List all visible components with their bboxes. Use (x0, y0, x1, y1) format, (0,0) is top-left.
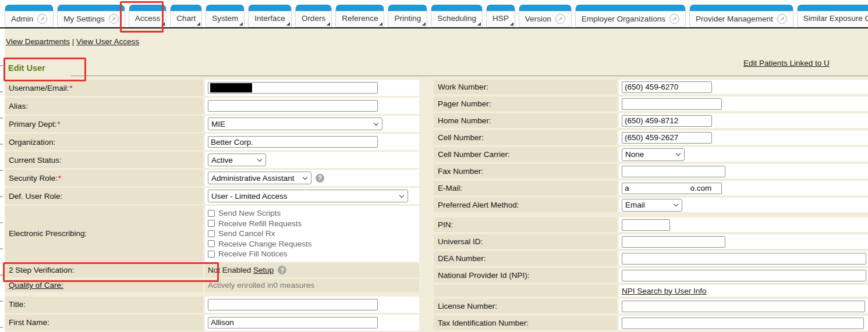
field-label-cell: Work Number: (434, 80, 617, 94)
alias-input[interactable] (208, 100, 378, 112)
field-value-cell: Active (205, 152, 419, 168)
tab-access[interactable]: Access (129, 5, 167, 27)
field-value-cell: User - Limited Access (205, 188, 419, 204)
electronic-prescribing-option[interactable]: Receive Fill Notices (208, 249, 312, 259)
field-value-cell (619, 217, 868, 232)
field-value-cell: Administrative Assistant? (205, 170, 419, 186)
cell-number-input[interactable] (622, 132, 712, 144)
selected-value: Active (211, 156, 233, 165)
view-user-access-link[interactable]: View User Access (76, 37, 139, 46)
checkbox-icon[interactable] (208, 251, 215, 258)
field-value-cell (619, 130, 868, 145)
external-link-icon: ↗ (669, 14, 679, 24)
field-value-cell: Actively enrolled in0 measures (205, 279, 419, 292)
electronic-prescribing-option[interactable]: Receive Change Requests (208, 239, 312, 249)
help-icon[interactable]: ? (316, 174, 324, 183)
e-mail-input[interactable] (622, 183, 722, 194)
field-label-cell: Def. User Role: (5, 188, 203, 204)
tab-label-wrap: Provider Management↗ (690, 5, 793, 27)
electronic-prescribing-option[interactable]: Receive Refill Requests (208, 219, 312, 229)
field-label[interactable]: Quality of Care: (9, 281, 63, 290)
pin-input[interactable] (622, 219, 670, 231)
field-label-cell: Alias: (5, 98, 203, 114)
field-value-cell: Email (619, 198, 868, 212)
row-preferred-alert-method: Preferred Alert Method:Email (434, 198, 868, 212)
tab-system[interactable]: System (206, 5, 245, 27)
def-user-role-select[interactable]: User - Limited Access (208, 190, 408, 202)
primary-dept-select[interactable]: MIE (208, 117, 382, 130)
view-departments-link[interactable]: View Departments (6, 37, 70, 46)
selected-value: None (625, 150, 644, 159)
field-label-cell: Pager Number: (434, 97, 617, 111)
menu-indicator-icon (510, 22, 513, 26)
external-link-icon: ↗ (109, 14, 119, 24)
tax-identification-number-input[interactable] (622, 317, 864, 329)
row-organization: Organization: (5, 134, 419, 150)
tab-label-wrap: Admin↗ (5, 5, 53, 27)
universal-id-input[interactable] (622, 236, 725, 248)
checkbox-icon[interactable] (208, 220, 215, 227)
field-value-cell (619, 316, 868, 330)
pager-number-input[interactable] (622, 98, 722, 110)
electronic-prescribing-option[interactable]: Send New Scripts (208, 208, 312, 219)
work-number-input[interactable] (622, 81, 712, 93)
tab-interface[interactable]: Interface (248, 5, 292, 27)
home-number-input[interactable] (622, 115, 712, 127)
legend-divider-line (71, 76, 868, 76)
tab-label-wrap: My Settings↗ (58, 5, 125, 27)
tab-version[interactable]: Version↗ (519, 5, 572, 27)
field-label-cell: Home Number: (434, 113, 617, 128)
tab-my-settings[interactable]: My Settings↗ (57, 5, 125, 27)
tab-provider-management[interactable]: Provider Management↗ (689, 5, 793, 27)
title-input[interactable] (208, 299, 378, 310)
field-label: Electronic Prescribing: (9, 229, 87, 238)
row-npi-search: NPI Search by User Info (434, 285, 868, 297)
license-number-input[interactable] (622, 301, 865, 312)
row-national-provider-id: National Provider Id (NPI): (434, 268, 868, 283)
row-def-user-role: Def. User Role:User - Limited Access (5, 188, 419, 204)
tab-admin[interactable]: Admin↗ (5, 5, 54, 27)
checkbox-icon[interactable] (208, 240, 215, 247)
tab-hsp[interactable]: HSP (486, 5, 515, 27)
first-name-input[interactable] (208, 317, 378, 329)
npi-search-link[interactable]: NPI Search by User Info (622, 287, 707, 295)
field-label: Home Number: (438, 116, 491, 125)
field-value-cell: Not Enabled Setup? (205, 263, 419, 277)
field-label: Organization: (9, 138, 55, 147)
field-label: Username/Email: (9, 84, 69, 92)
tab-scheduling[interactable]: Scheduling (431, 5, 483, 27)
cell-number-carrier-select[interactable]: None (622, 148, 685, 161)
fax-number-input[interactable] (622, 166, 725, 177)
tab-bar: Admin↗My Settings↗AccessChartSystemInter… (0, 0, 868, 28)
setup-link[interactable]: Setup (253, 266, 274, 274)
field-label: Pager Number: (438, 99, 491, 108)
tab-employer-organizations[interactable]: Employer Organizations↗ (575, 5, 686, 27)
tab-printing[interactable]: Printing (388, 5, 427, 27)
current-status-select[interactable]: Active (208, 153, 266, 166)
required-asterisk: * (58, 120, 61, 128)
tab-reference[interactable]: Reference (335, 5, 384, 27)
field-value-cell (619, 234, 868, 249)
field-label-cell: National Provider Id (NPI): (434, 268, 617, 283)
tab-label: Version (525, 15, 551, 23)
status-text-muted: Actively enrolled in0 measures (208, 281, 314, 290)
field-label: Def. User Role: (9, 192, 62, 201)
electronic-prescribing-option[interactable]: Send Cancel Rx (208, 229, 312, 239)
field-label: Universal ID: (438, 237, 483, 246)
security-role-select[interactable]: Administrative Assistant (208, 172, 311, 184)
dea-number-input[interactable] (622, 253, 866, 265)
preferred-alert-method-select[interactable]: Email (622, 199, 682, 212)
field-label-cell: DEA Number: (434, 251, 617, 266)
checkbox-icon[interactable] (208, 230, 215, 237)
checkbox-icon[interactable] (208, 210, 215, 217)
tab-orders[interactable]: Orders (295, 5, 332, 27)
chevron-down-icon (257, 156, 262, 161)
organization-input[interactable] (208, 136, 378, 148)
help-icon[interactable]: ? (278, 266, 286, 274)
edit-patients-linked-link[interactable]: Edit Patients Linked to U (743, 59, 830, 67)
tab-chart[interactable]: Chart (170, 5, 202, 27)
tab-similar-exposure-groups[interactable]: Similar Exposure Groups ( (797, 5, 868, 27)
tab-label-wrap: Interface (249, 5, 291, 26)
national-provider-id-input[interactable] (622, 270, 866, 281)
required-asterisk: * (70, 84, 73, 92)
